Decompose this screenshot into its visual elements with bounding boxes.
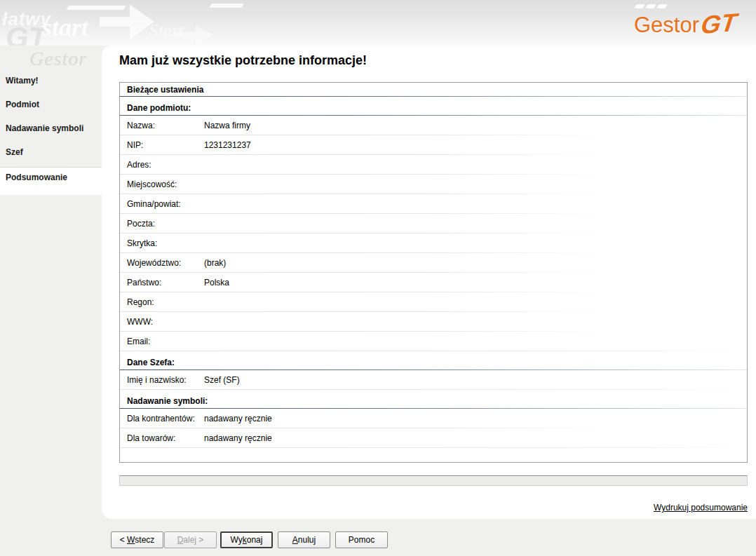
row-value: Polska xyxy=(204,278,740,287)
row-value: Szef (SF) xyxy=(204,375,740,385)
decor-dash xyxy=(656,4,668,8)
summary-row: Gmina/powiat: xyxy=(120,194,747,214)
row-value: 1231231237 xyxy=(204,140,740,150)
summary-row: Miejscowość: xyxy=(120,175,747,194)
wstecz-button[interactable]: < Wstecz xyxy=(111,531,163,548)
section-heading-nadawanie-symboli: Nadawanie symboli: xyxy=(120,390,747,408)
row-label: Regon: xyxy=(127,297,204,307)
row-label: WWW: xyxy=(127,317,204,327)
summary-row: Nazwa: Nazwa firmy xyxy=(120,116,747,135)
logo-suffix-text: GT xyxy=(699,8,738,40)
watermark-start2: Start xyxy=(149,21,184,41)
row-label: Miejscowość: xyxy=(127,179,204,189)
watermark-start: start xyxy=(42,13,88,42)
sidebar-item-szef[interactable]: Szef xyxy=(0,140,102,164)
watermark-gt: GT xyxy=(6,21,46,46)
button-label-part: stecz xyxy=(135,535,154,545)
anuluj-button[interactable]: Anuluj xyxy=(278,531,330,548)
sidebar-item-podmiot[interactable]: Podmiot xyxy=(0,93,102,116)
page-title: Mam już wszystkie potrzebne informacje! xyxy=(119,53,367,68)
button-label-part: W xyxy=(127,535,135,545)
logo-brand-text: Gestor xyxy=(634,13,699,37)
row-label: Imię i nazwisko: xyxy=(127,375,204,385)
row-label: Państwo: xyxy=(127,278,204,287)
button-label-part: < xyxy=(120,535,127,545)
summary-row: Państwo: Polska xyxy=(120,273,747,292)
row-value: nadawany ręcznie xyxy=(204,414,740,423)
pomoc-button[interactable]: Pomoc xyxy=(335,531,388,548)
button-label-part: Pomoc xyxy=(349,535,374,545)
row-label: Nazwa: xyxy=(127,121,204,130)
row-label: Dla kontrahentów: xyxy=(127,414,204,423)
panel-title: Bieżące ustawienia xyxy=(120,83,747,96)
summary-row: Email: xyxy=(120,332,747,351)
decor-dash xyxy=(645,4,656,8)
dalej-button: Dalej > xyxy=(164,531,217,548)
row-value: (brak) xyxy=(204,258,740,268)
row-label: NIP: xyxy=(127,140,204,150)
summary-row: Dla towarów: nadawany ręcznie xyxy=(120,428,747,448)
summary-panel: Bieżące ustawienia Dane podmiotu: Nazwa:… xyxy=(119,82,748,463)
row-value: nadawany ręcznie xyxy=(204,433,740,443)
watermark-gestor: Gestor xyxy=(29,48,87,70)
summary-row: Regon: xyxy=(120,292,747,312)
sidebar-item-nadawanie-symboli[interactable]: Nadawanie symboli xyxy=(0,116,102,140)
button-label-part: alej > xyxy=(183,535,203,545)
print-summary-link[interactable]: Wydrukuj podsumowanie xyxy=(654,503,748,513)
row-label: Adres: xyxy=(127,160,204,170)
summary-row: Adres: xyxy=(120,155,747,175)
summary-row: Imię i nazwisko: Szef (SF) xyxy=(120,370,747,390)
button-label-part: A xyxy=(292,535,298,545)
row-label: Poczta: xyxy=(127,219,204,229)
summary-row: WWW: xyxy=(120,312,747,332)
wykonaj-button[interactable]: Wykonaj xyxy=(220,531,273,548)
wizard-window: łatwy GT start Start GestorGT Gestor Wit… xyxy=(0,0,756,556)
row-label: Gmina/powiat: xyxy=(127,199,204,209)
row-label: Województwo: xyxy=(127,258,204,268)
row-value: Nazwa firmy xyxy=(204,121,740,130)
button-label-part: onaj xyxy=(247,535,263,545)
row-label: Dla towarów: xyxy=(127,433,204,443)
sidebar-item-witamy[interactable]: Witamy! xyxy=(0,69,102,93)
summary-row: NIP: 1231231237 xyxy=(120,135,747,155)
summary-row: Skrytka: xyxy=(120,233,747,253)
button-label-part: D xyxy=(177,535,184,545)
horizontal-scrollbar xyxy=(119,475,748,486)
decor-dash xyxy=(634,4,645,8)
row-label: Skrytka: xyxy=(127,238,204,248)
decor-dash xyxy=(209,4,244,8)
row-label: Email: xyxy=(127,337,204,346)
button-label-part: nuluj xyxy=(298,535,316,545)
summary-row: Województwo: (brak) xyxy=(120,253,747,273)
summary-row: Poczta: xyxy=(120,214,747,233)
section-heading-dane-szefa: Dane Szefa: xyxy=(120,351,747,369)
top-banner: łatwy GT start Start GestorGT xyxy=(0,0,756,46)
decor-dash xyxy=(66,6,126,10)
button-label-part: Wy xyxy=(231,535,243,545)
sidebar-item-podsumowanie[interactable]: Podsumowanie xyxy=(0,167,102,195)
section-heading-dane-podmiotu: Dane podmiotu: xyxy=(120,97,747,115)
summary-row: Dla kontrahentów: nadawany ręcznie xyxy=(120,409,747,428)
gestor-gt-logo: GestorGT xyxy=(634,9,736,39)
